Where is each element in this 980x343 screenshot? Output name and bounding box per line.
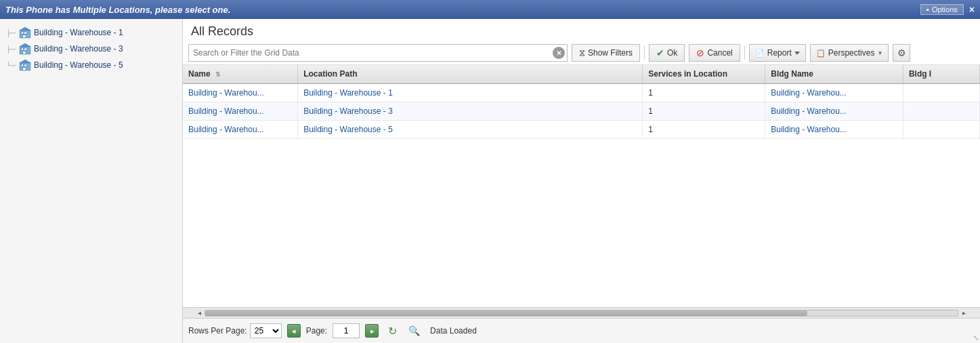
close-button[interactable]: × — [969, 5, 975, 14]
cell-bldg-name: Building - Warehou... — [765, 83, 903, 102]
svg-rect-7 — [24, 48, 26, 50]
pagination-bar: Rows Per Page: 25 10 50 100 ◂ Page: ▸ ↻ … — [183, 318, 980, 343]
col-header-name[interactable]: Name ⇅ — [183, 65, 298, 83]
building-icon-1 — [19, 26, 31, 39]
perspectives-dropdown-arrow: ▼ — [877, 50, 882, 56]
rows-per-page-container: Rows Per Page: 25 10 50 100 — [188, 323, 282, 338]
page-title: All Records — [183, 19, 980, 41]
perspectives-icon: 📋 — [816, 49, 826, 58]
cell-location-path: Building - Warehouse - 1 — [298, 83, 643, 102]
sort-arrow-name: ⇅ — [215, 71, 221, 78]
report-dropdown-arrow — [794, 52, 800, 55]
hscroll-track — [205, 310, 958, 317]
sidebar-tree: ├─ Building - Warehouse - 1 ├─ — [0, 19, 183, 343]
title-message: This Phone has Multiple Locations, pleas… — [5, 5, 230, 15]
report-icon: 📄 — [755, 49, 765, 58]
search-input[interactable] — [189, 47, 553, 59]
svg-rect-6 — [21, 48, 23, 50]
col-header-services[interactable]: Services in Location — [643, 65, 765, 83]
table-row[interactable]: Building - Warehou...Building - Warehous… — [183, 83, 980, 102]
toolbar-divider — [644, 46, 645, 60]
tree-item-label-1: Building - Warehouse - 1 — [34, 28, 123, 37]
horizontal-scrollbar[interactable]: ◂ ▸ — [183, 307, 980, 318]
gear-icon: ⚙ — [897, 47, 906, 58]
svg-rect-11 — [21, 64, 23, 66]
tree-item-label-3: Building - Warehouse - 3 — [34, 44, 123, 54]
cell-services: 1 — [643, 121, 765, 139]
building-icon-5 — [19, 59, 31, 71]
cell-bldg-name: Building - Warehou... — [765, 121, 903, 139]
cell-services: 1 — [643, 102, 765, 121]
search-container: ✕ — [188, 44, 568, 62]
page-input[interactable] — [333, 323, 360, 338]
cancel-icon: ⊘ — [696, 47, 704, 58]
building-icon-3 — [19, 43, 31, 55]
svg-rect-2 — [24, 32, 26, 34]
tree-connector-3: ├─ — [5, 45, 16, 53]
tree-item-5[interactable]: └─ Building - Warehouse - 5 — [3, 57, 179, 73]
show-filters-button[interactable]: ⧖ Show Filters — [572, 44, 640, 62]
hscroll-thumb[interactable] — [205, 310, 807, 316]
svg-rect-1 — [21, 32, 23, 34]
cell-services: 1 — [643, 83, 765, 102]
next-page-button[interactable]: ▸ — [365, 324, 379, 338]
table-body: Building - Warehou...Building - Warehous… — [183, 83, 980, 139]
cell-name: Building - Warehou... — [183, 121, 298, 139]
svg-rect-3 — [23, 35, 26, 38]
cell-name: Building - Warehou... — [183, 83, 298, 102]
tree-item-label-5: Building - Warehouse - 5 — [34, 60, 123, 70]
svg-marker-9 — [20, 43, 30, 47]
options-icon: ▪ — [926, 5, 929, 14]
svg-rect-13 — [23, 67, 26, 70]
svg-marker-14 — [20, 60, 30, 63]
refresh-button[interactable]: ↻ — [384, 323, 400, 339]
hscroll-left-arrow[interactable]: ◂ — [194, 309, 205, 317]
rows-per-page-select[interactable]: 25 10 50 100 — [250, 323, 282, 338]
options-button[interactable]: ▪ Options — [920, 4, 964, 15]
table-row[interactable]: Building - Warehou...Building - Warehous… — [183, 102, 980, 121]
report-button[interactable]: 📄 Report — [749, 44, 806, 62]
toolbar: ✕ ⧖ Show Filters ✔ Ok ⊘ Cancel 📄 — [183, 41, 980, 65]
tree-item-1[interactable]: ├─ Building - Warehouse - 1 — [3, 24, 179, 41]
rows-per-page-label: Rows Per Page: — [188, 326, 247, 336]
hscroll-right-arrow[interactable]: ▸ — [958, 309, 969, 317]
toolbar-divider-2 — [744, 46, 745, 60]
cell-bldg-id — [903, 102, 979, 121]
svg-rect-8 — [23, 51, 26, 54]
col-header-location[interactable]: Location Path — [298, 65, 643, 83]
tree-connector-5: └─ — [5, 62, 16, 69]
content-area: All Records ✕ ⧖ Show Filters ✔ Ok ⊘ — [183, 19, 980, 343]
data-loaded-label: Data Loaded — [430, 326, 477, 336]
svg-rect-12 — [24, 64, 26, 66]
tree-item-3[interactable]: ├─ Building - Warehouse - 3 — [3, 41, 179, 57]
table-header-row: Name ⇅ Location Path Services in Locatio… — [183, 65, 980, 83]
col-header-bldgid[interactable]: Bldg I — [903, 65, 979, 83]
filter-icon: ⧖ — [579, 47, 585, 58]
cell-location-path: Building - Warehouse - 5 — [298, 121, 643, 139]
grid-scroll-area[interactable]: Name ⇅ Location Path Services in Locatio… — [183, 65, 980, 307]
search-clear-button[interactable]: ✕ — [553, 47, 565, 59]
ok-check-icon: ✔ — [656, 47, 664, 58]
main-layout: ├─ Building - Warehouse - 1 ├─ — [0, 19, 980, 343]
col-header-bldgname[interactable]: Bldg Name — [765, 65, 903, 83]
ok-button[interactable]: ✔ Ok — [649, 44, 685, 62]
data-table: Name ⇅ Location Path Services in Locatio… — [183, 65, 980, 139]
cell-bldg-id — [903, 121, 979, 139]
cell-bldg-id — [903, 83, 979, 102]
perspectives-button[interactable]: 📋 Perspectives ▼ — [810, 44, 889, 62]
tree-connector: ├─ — [5, 29, 16, 37]
svg-marker-4 — [20, 27, 30, 31]
cell-location-path: Building - Warehouse - 3 — [298, 102, 643, 121]
cell-bldg-name: Building - Warehou... — [765, 102, 903, 121]
resize-handle: ⤡ — [973, 334, 979, 342]
grid-wrapper: Name ⇅ Location Path Services in Locatio… — [183, 65, 980, 343]
page-label: Page: — [306, 326, 327, 336]
table-row[interactable]: Building - Warehou...Building - Warehous… — [183, 121, 980, 139]
zoom-button[interactable]: 🔍 — [406, 323, 422, 339]
cancel-button[interactable]: ⊘ Cancel — [689, 44, 740, 62]
prev-page-button[interactable]: ◂ — [287, 324, 301, 338]
cell-name: Building - Warehou... — [183, 102, 298, 121]
title-bar: This Phone has Multiple Locations, pleas… — [0, 0, 980, 19]
gear-button[interactable]: ⚙ — [893, 44, 910, 62]
